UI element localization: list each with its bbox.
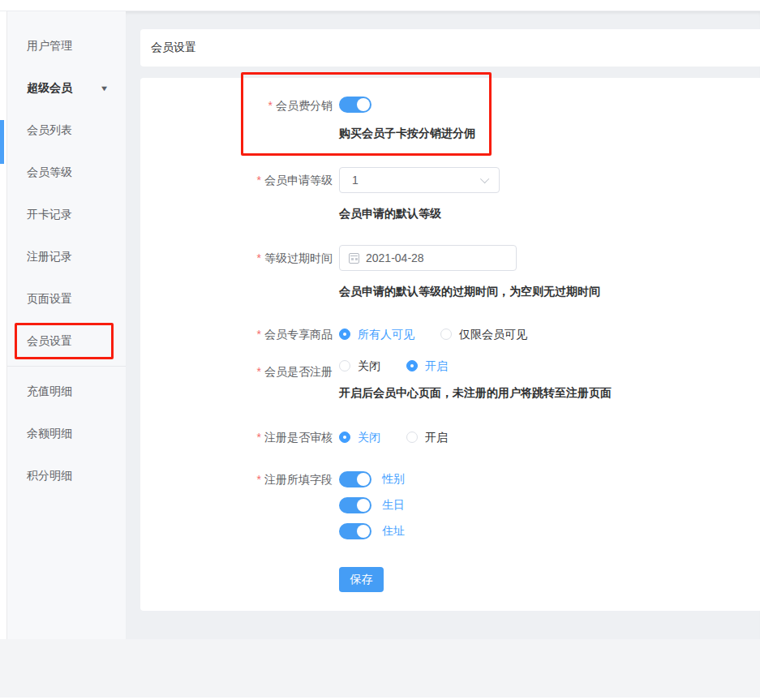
bottom-strip	[0, 639, 760, 698]
sidebar-item-points-details[interactable]: 积分明细	[7, 455, 126, 497]
sidebar-item-label: 用户管理	[27, 39, 72, 54]
radio-audit-off[interactable]: 关闭	[339, 429, 380, 445]
radio-visible-to-all[interactable]: 所有人可见	[339, 326, 414, 342]
sidebar-item-label: 余额明细	[27, 427, 72, 441]
field-label: *会员申请等级	[140, 167, 339, 193]
gender-field-toggle[interactable]	[339, 471, 371, 487]
address-field-toggle[interactable]	[339, 523, 371, 539]
toggle-label: 生日	[382, 498, 405, 513]
required-asterisk: *	[257, 473, 261, 486]
required-asterisk: *	[257, 328, 261, 341]
top-header-strip	[0, 0, 760, 11]
field-helper-text: 会员申请的默认等级	[339, 206, 441, 221]
field-label: *会员费分销	[140, 97, 339, 114]
field-label: *注册是否审核	[140, 429, 339, 445]
field-helper-text: 会员申请的默认等级的过期时间，为空则无过期时间	[339, 284, 600, 298]
sidebar-item-card-records[interactable]: 开卡记录	[7, 194, 126, 236]
chevron-down-icon	[480, 174, 489, 183]
select-value: 1	[352, 174, 359, 187]
radio-label: 所有人可见	[358, 326, 414, 342]
required-asterisk: *	[257, 365, 261, 378]
fee-distribution-toggle[interactable]	[339, 97, 371, 113]
field-helper-text: 购买会员子卡按分销进分佣	[339, 126, 475, 140]
toggle-knob	[357, 525, 370, 538]
radio-register-off[interactable]: 关闭	[339, 358, 380, 374]
radio-dot	[339, 329, 350, 340]
calendar-icon	[349, 253, 359, 264]
sidebar-item-member-list[interactable]: 会员列表	[7, 110, 126, 152]
sidebar-item-label: 页面设置	[27, 292, 72, 307]
member-settings-form: *会员费分销 购买会员子卡按分销进分佣 *会员申请等级 1	[140, 78, 760, 611]
date-value: 2021-04-28	[366, 251, 424, 264]
sidebar-item-recharge-details[interactable]: 充值明细	[7, 371, 126, 413]
form-row-expire-time: *等级过期时间 2021-04-28 会员申请的默认等级的过期时间，为空则无过期…	[140, 245, 760, 298]
sidebar-divider	[7, 366, 126, 367]
form-row-register-fields: *注册所填字段 性别 生日 住址	[140, 470, 760, 592]
radio-register-on[interactable]: 开启	[406, 358, 448, 374]
birthday-field-toggle[interactable]	[339, 497, 371, 513]
sidebar-item-label: 超级会员	[27, 81, 72, 96]
sidebar-item-user-management[interactable]: 用户管理	[7, 25, 126, 67]
sidebar-item-page-settings[interactable]: 页面设置	[7, 278, 126, 320]
radio-dot	[440, 329, 452, 340]
content-area: 会员设置 *会员费分销 购买会员子卡按分销进分佣 *会员申请等级	[126, 11, 760, 639]
left-gutter	[0, 11, 6, 639]
radio-members-only[interactable]: 仅限会员可见	[440, 326, 527, 342]
field-label: *会员是否注册	[140, 363, 339, 380]
radio-label: 关闭	[358, 429, 380, 445]
toggle-knob	[357, 499, 370, 512]
toggle-knob	[357, 473, 370, 486]
form-row-register-audit: *注册是否审核 关闭 开启	[140, 429, 760, 445]
form-row-need-register: *会员是否注册 关闭 开启	[140, 358, 760, 400]
field-label: *注册所填字段	[140, 470, 339, 488]
radio-dot	[406, 360, 418, 371]
sidebar-item-label: 积分明细	[27, 469, 72, 483]
apply-level-select[interactable]: 1	[339, 167, 500, 193]
radio-label: 开启	[425, 429, 448, 445]
sidebar-item-register-records[interactable]: 注册记录	[7, 236, 126, 278]
required-asterisk: *	[268, 99, 273, 112]
expire-date-picker[interactable]: 2021-04-28	[339, 245, 517, 271]
sidebar-item-label: 会员设置	[27, 334, 72, 349]
radio-label: 关闭	[358, 358, 380, 374]
page-root: 用户管理 超级会员 ▼ 会员列表 会员等级 开卡记录 注册记录 页面设置 会	[0, 0, 760, 700]
save-button[interactable]: 保存	[339, 567, 384, 592]
sidebar-item-label: 注册记录	[27, 250, 72, 264]
form-row-exclusive-goods: *会员专享商品 所有人可见 仅限会员可见	[140, 326, 760, 342]
radio-audit-on[interactable]: 开启	[406, 429, 448, 445]
sidebar-item-balance-details[interactable]: 余额明细	[7, 413, 126, 455]
toggle-label: 住址	[382, 524, 405, 539]
radio-dot	[339, 360, 350, 371]
form-row-apply-level: *会员申请等级 1 会员申请的默认等级	[140, 167, 760, 221]
active-edge-indicator	[0, 120, 4, 164]
field-label: *等级过期时间	[140, 245, 339, 271]
sidebar-item-super-member[interactable]: 超级会员 ▼	[7, 67, 126, 110]
sidebar-item-label: 会员等级	[27, 165, 72, 180]
sidebar-item-label: 充值明细	[27, 384, 72, 399]
sidebar-item-label: 开卡记录	[27, 208, 72, 222]
sidebar-item-member-settings[interactable]: 会员设置	[7, 320, 126, 363]
radio-dot	[406, 432, 418, 443]
sidebar-item-label: 会员列表	[27, 123, 72, 138]
page-title-card: 会员设置	[140, 29, 760, 67]
sidebar: 用户管理 超级会员 ▼ 会员列表 会员等级 开卡记录 注册记录 页面设置 会	[6, 11, 126, 639]
sidebar-item-member-level[interactable]: 会员等级	[7, 152, 126, 194]
field-label: *会员专享商品	[140, 326, 339, 342]
radio-label: 开启	[425, 358, 448, 374]
chevron-down-icon: ▼	[100, 84, 109, 92]
required-asterisk: *	[257, 431, 261, 444]
field-helper-text: 开启后会员中心页面，未注册的用户将跳转至注册页面	[339, 385, 612, 400]
radio-dot	[339, 432, 350, 443]
toggle-knob	[357, 98, 370, 111]
form-row-fee-distribution: *会员费分销 购买会员子卡按分销进分佣	[140, 97, 760, 140]
toggle-label: 性别	[382, 472, 405, 487]
required-asterisk: *	[257, 251, 261, 264]
page-title: 会员设置	[151, 41, 196, 55]
required-asterisk: *	[257, 174, 261, 187]
radio-label: 仅限会员可见	[459, 326, 527, 342]
